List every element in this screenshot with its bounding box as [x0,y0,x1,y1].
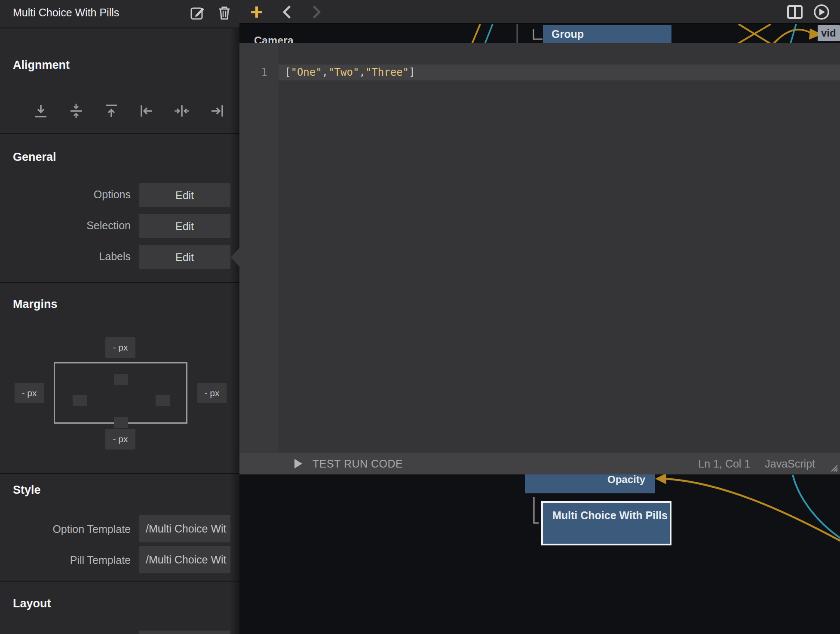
pill-template-value[interactable]: /Multi Choice Wit [139,546,230,573]
options-label: Options [0,188,131,201]
popover-arrow [231,248,239,267]
option-template-value[interactable]: /Multi Choice Wit [139,515,230,542]
section-title: General [13,151,56,164]
align-bottom-icon [33,103,49,119]
split-view-button[interactable] [785,0,805,24]
section-title: Layout [13,597,51,610]
section-title: Alignment [13,58,70,72]
selection-label: Selection [0,219,131,232]
margin-left-input[interactable]: - px [15,383,44,403]
test-run-code-label: TEST RUN CODE [313,458,403,470]
trash-icon [218,6,231,20]
history-back-button[interactable] [279,0,294,24]
align-right-button[interactable] [209,103,225,119]
wire-arrowhead [655,473,666,484]
section-title: Margins [13,298,58,311]
op-title: Multi Choice With Pills [13,6,119,19]
code-editor-popover: 1 ["One","Two","Three"] TEST RUN CODE Ln… [239,43,840,474]
chevron-right-icon [313,6,321,18]
node-multi-choice-with-pills[interactable]: Multi Choice With Pills [541,501,671,545]
options-edit-button[interactable]: Edit [139,183,230,207]
code-text[interactable]: ["One","Two","Three"] [285,65,415,80]
section-general: General Options Edit Selection Edit Labe… [0,134,239,282]
node-vid[interactable]: vid [818,25,840,41]
history-forward-button[interactable] [309,0,325,24]
option-template-label: Option Template [0,523,131,536]
align-top-icon [104,103,119,119]
run-patch-button[interactable] [811,0,832,24]
align-vertical-center-icon [68,103,84,119]
wire-teal [484,24,493,45]
margin-left-handle[interactable] [73,395,87,406]
alignment-buttons [0,103,239,119]
labels-label: Labels [0,250,131,263]
align-horizontal-center-button[interactable] [174,103,190,119]
align-horizontal-center-icon [174,103,190,119]
align-top-button[interactable] [104,103,119,119]
align-bottom-button[interactable] [33,103,49,119]
editor-language: JavaScript [765,458,815,470]
add-node-button[interactable] [247,0,266,24]
section-alignment: Alignment [0,28,239,133]
align-left-button[interactable] [139,103,154,119]
node-group[interactable]: Group [543,25,671,43]
plus-icon [250,5,264,19]
wire-orange [472,24,480,45]
section-style: Style Option Template /Multi Choice Wit … [0,474,239,581]
resize-grip[interactable] [827,463,838,472]
wire-teal [790,24,796,45]
delete-op-button[interactable] [218,6,231,22]
node-opacity-label: Opacity [607,474,645,486]
properties-sidebar: Multi Choice With Pills Alignment [0,0,239,634]
editor-gutter [239,43,279,453]
align-left-icon [139,103,154,119]
margin-top-handle[interactable] [114,374,128,385]
run-icon [294,458,303,469]
align-right-icon [209,103,225,119]
cursor-position: Ln 1, Col 1 [698,458,750,470]
code-string: "Three" [365,66,409,78]
group-bracket-top [533,29,543,39]
margin-right-handle[interactable] [156,395,170,406]
node-bracket [534,497,539,523]
code-punctuation: , [322,66,328,78]
labels-edit-button[interactable]: Edit [139,245,230,269]
wire-orange [665,479,840,541]
section-layout: Layout [0,582,239,634]
edit-icon [190,6,205,20]
margin-bottom-input[interactable]: - px [105,429,135,449]
margin-top-input[interactable]: - px [105,337,135,358]
editor-statusbar: TEST RUN CODE Ln 1, Col 1 JavaScript [239,453,840,474]
margin-bottom-handle[interactable] [114,417,128,428]
code-string: "Two" [328,66,359,78]
code-punctuation: , [359,66,365,78]
sidebar-header: Multi Choice With Pills [0,0,239,28]
align-vertical-center-button[interactable] [68,103,84,119]
rename-op-button[interactable] [190,6,205,22]
test-run-code-button[interactable]: TEST RUN CODE [294,453,403,474]
code-string: "One" [291,66,322,78]
app-root: Camera Group vid Opacity Multi Choice Wi… [0,0,840,634]
code-punctuation: ] [409,66,415,78]
chevron-left-icon [282,6,291,18]
code-punctuation: [ [285,66,291,78]
layout-partial-control[interactable] [139,631,230,634]
play-circle-icon [813,4,830,20]
editor-line-1[interactable]: 1 ["One","Two","Three"] [239,65,840,80]
line-number: 1 [239,65,279,80]
selection-edit-button[interactable]: Edit [139,214,230,238]
pill-template-label: Pill Template [0,554,131,566]
section-title: Style [13,483,41,497]
split-view-icon [787,5,803,19]
margins-box-diagram [54,362,187,424]
section-margins: Margins - px - px - px - px [0,283,239,473]
margin-right-input[interactable]: - px [197,383,227,403]
graph-toolbar [239,0,840,24]
